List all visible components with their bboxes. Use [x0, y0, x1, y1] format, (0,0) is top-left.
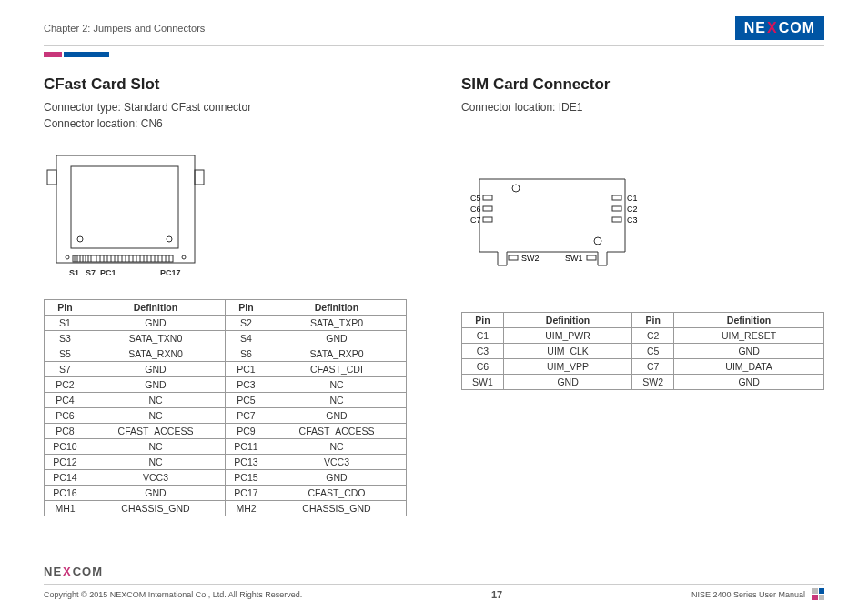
divider	[44, 584, 824, 585]
svg-text:SW2: SW2	[521, 254, 540, 263]
table-cell: GND	[267, 408, 407, 424]
table-row: C3UIM_CLKC5GND	[462, 344, 824, 359]
table-row: PC14VCC3PC15GND	[45, 470, 407, 486]
cfast-pin-table: Pin Definition Pin Definition S1GNDS2SAT…	[44, 299, 407, 516]
table-cell: PC17	[226, 486, 267, 501]
svg-rect-41	[483, 217, 492, 222]
table-cell: MH2	[226, 501, 267, 516]
table-row: PC2GNDPC3NC	[45, 377, 407, 393]
table-cell: CHASSIS_GND	[86, 501, 226, 516]
sim-diagram: C5 C6 C7 C1 C2 C3 SW2 SW1	[461, 161, 824, 279]
svg-point-6	[66, 255, 69, 259]
table-cell: GND	[86, 486, 226, 501]
table-cell: NC	[86, 393, 226, 408]
connector-type: Connector type: Standard CFast connector	[44, 99, 407, 115]
svg-text:C1: C1	[627, 194, 638, 203]
table-cell: PC3	[226, 377, 267, 393]
table-cell: PC6	[45, 408, 86, 424]
table-cell: GND	[86, 316, 226, 331]
table-cell: SW1	[462, 375, 504, 390]
table-row: PC16GNDPC17CFAST_CDO	[45, 486, 407, 501]
table-header: Definition	[504, 313, 632, 328]
table-row: C1UIM_PWRC2UIM_RESET	[462, 328, 824, 344]
svg-rect-42	[612, 195, 621, 200]
table-cell: C6	[462, 359, 504, 375]
table-row: MH1CHASSIS_GNDMH2CHASSIS_GND	[45, 501, 407, 516]
table-cell: PC1	[226, 362, 267, 377]
svg-rect-43	[612, 206, 621, 211]
table-cell: GND	[267, 470, 407, 486]
table-cell: S4	[226, 331, 267, 346]
table-cell: PC15	[226, 470, 267, 486]
chapter-label: Chapter 2: Jumpers and Connectors	[44, 23, 205, 34]
cfast-section: CFast Card Slot Connector type: Standard…	[44, 75, 407, 516]
table-row: S1GNDS2SATA_TXP0	[45, 316, 407, 331]
table-cell: PC4	[45, 393, 86, 408]
diagram-label: PC17	[160, 268, 181, 277]
table-cell: S6	[226, 346, 267, 362]
table-cell: PC14	[45, 470, 86, 486]
svg-rect-3	[71, 166, 178, 248]
table-row: C6UIM_VPPC7UIM_DATA	[462, 359, 824, 375]
table-cell: GND	[86, 362, 226, 377]
svg-point-5	[167, 236, 172, 242]
table-row: S7GNDPC1CFAST_CDI	[45, 362, 407, 377]
table-cell: UIM_RESET	[674, 328, 824, 344]
svg-rect-0	[56, 155, 195, 263]
logo-part: COM	[779, 20, 815, 36]
table-header: Pin	[226, 300, 267, 316]
table-row: S5SATA_RXN0S6SATA_RXP0	[45, 346, 407, 362]
footer-decor	[812, 588, 824, 600]
section-title-sim: SIM Card Connector	[461, 75, 824, 94]
page-number: 17	[491, 589, 502, 600]
accent-bars	[44, 52, 824, 57]
table-header: Definition	[267, 300, 407, 316]
table-row: PC4NCPC5NC	[45, 393, 407, 408]
table-cell: PC5	[226, 393, 267, 408]
table-row: PC6NCPC7GND	[45, 408, 407, 424]
diagram-label: C5	[470, 194, 481, 203]
diagram-label: PC1	[100, 268, 116, 277]
table-cell: UIM_VPP	[504, 359, 632, 375]
table-cell: CFAST_ACCESS	[267, 424, 407, 439]
table-cell: CHASSIS_GND	[267, 501, 407, 516]
connector-location: Connector location: CN6	[44, 115, 407, 132]
table-cell: NC	[267, 393, 407, 408]
table-cell: CFAST_CDI	[267, 362, 407, 377]
table-cell: PC11	[226, 439, 267, 455]
table-cell: PC13	[226, 455, 267, 470]
table-cell: GND	[86, 377, 226, 393]
table-row: PC8CFAST_ACCESSPC9CFAST_ACCESS	[45, 424, 407, 439]
svg-point-7	[182, 255, 186, 259]
svg-point-37	[512, 185, 520, 192]
manual-name: NISE 2400 Series User Manual	[691, 590, 805, 599]
table-row: SW1GNDSW2GND	[462, 375, 824, 390]
svg-text:C7: C7	[470, 215, 481, 225]
table-cell: PC12	[45, 455, 86, 470]
table-cell: PC10	[45, 439, 86, 455]
table-cell: SATA_TXP0	[267, 316, 407, 331]
logo-part-x: X	[767, 20, 778, 36]
table-cell: SATA_RXN0	[86, 346, 226, 362]
table-cell: GND	[267, 331, 407, 346]
diagram-label: S1	[69, 268, 79, 277]
footer-logo: NEXCOM	[44, 565, 824, 578]
table-header: Definition	[674, 313, 824, 328]
table-row: S3SATA_TXN0S4GND	[45, 331, 407, 346]
table-cell: S3	[45, 331, 86, 346]
table-cell: PC16	[45, 486, 86, 501]
table-cell: NC	[86, 439, 226, 455]
table-cell: CFAST_CDO	[267, 486, 407, 501]
table-cell: C5	[632, 344, 674, 359]
cfast-diagram: S1 S7 PC1 PC17	[44, 148, 407, 285]
table-cell: SW2	[632, 375, 674, 390]
logo-part-x: X	[63, 565, 72, 578]
table-header: Pin	[632, 313, 674, 328]
table-cell: PC2	[45, 377, 86, 393]
logo-part: COM	[73, 565, 103, 578]
svg-rect-40	[483, 206, 492, 211]
connector-location: Connector location: IDE1	[461, 99, 824, 115]
table-cell: S7	[45, 362, 86, 377]
table-cell: GND	[504, 375, 632, 390]
section-title-cfast: CFast Card Slot	[44, 75, 407, 94]
